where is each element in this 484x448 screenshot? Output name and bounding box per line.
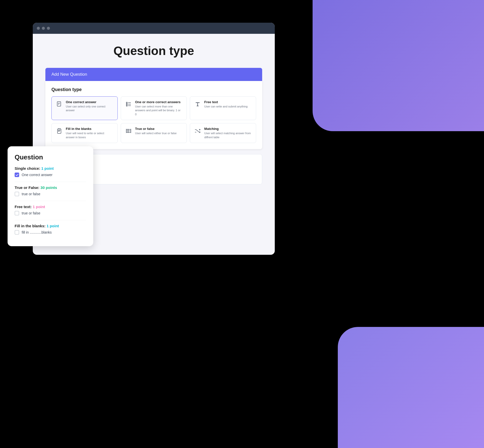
type-card-true-false[interactable]: True or false User will select either tr… [121,123,187,143]
bg-decoration-top [313,0,484,131]
section-prefix-freetext: Free text: [15,205,33,209]
section-prefix-fillblanks: Fill in the blanks: [15,224,47,228]
checkbox-outline-truefalse [15,192,19,196]
divider-1 [15,182,86,182]
svg-rect-4 [126,104,127,105]
type-info-true-false: True or false User will select either tr… [135,127,177,135]
divider-3 [15,220,86,220]
question-card: Question Single choice: 1 point One corr… [8,146,93,246]
checkbox-label-single: One correct answer [22,173,52,177]
checkbox-item-single[interactable]: One correct answer [15,173,86,177]
clipboard-icon [56,127,63,134]
add-question-bar[interactable]: Add New Question [45,68,262,81]
svg-rect-11 [58,131,60,131]
question-types-grid: One correct answer User can select only … [51,96,256,143]
type-info-one-correct: One correct answer User can select only … [66,100,113,113]
question-section-freetext: Free text: 1 point true or false [15,205,86,215]
section-label: Question type [51,87,256,92]
section-points-single: 1 point [41,166,54,171]
section-header-freetext: Free text: 1 point [15,205,86,209]
page-title: Question type [45,44,262,58]
type-card-free-text[interactable]: Free text User can write and submit anyt… [190,96,256,120]
type-name-true-false: True or false [135,127,177,131]
checkbox-label-freetext: true or false [22,211,40,215]
add-question-label: Add New Question [51,72,87,77]
type-desc-free-text: User can write and submit anything [204,105,248,108]
svg-rect-10 [58,130,60,130]
checkbox-item-freetext[interactable]: true or false [15,211,86,215]
checkbox-outline-fillblanks [15,230,19,235]
bg-decoration-bottom [338,327,484,448]
checkbox-item-fillblanks[interactable]: fill in ............blanks [15,230,86,235]
checkbox-outline-freetext [15,211,19,215]
section-header-fillblanks: Fill in the blanks: 1 point [15,224,86,228]
window-dot-1 [37,27,40,30]
question-card-title: Question [15,153,86,161]
window-dot-3 [47,27,50,30]
question-section-fillblanks: Fill in the blanks: 1 point fill in ....… [15,224,86,235]
list-alt-icon [125,127,132,134]
type-name-matching: Matching [204,127,252,131]
section-points-freetext: 1 point [33,205,45,209]
type-card-one-correct[interactable]: One correct answer User can select only … [51,96,118,120]
type-desc-true-false: User will select either true or false [135,131,177,135]
svg-rect-0 [57,102,61,106]
list-icon [125,101,132,108]
type-info-fill-blanks: Fill in the blanks User will need to wri… [66,127,113,139]
section-header-single: Single choice: 1 point [15,166,86,171]
type-card-matching[interactable]: Matching User will select matching answe… [190,123,256,143]
question-section-truefalse: True or False: 30 points true or false [15,185,86,196]
section-points-truefalse: 30 points [41,185,57,190]
type-name-fill-blanks: Fill in the blanks [66,127,113,131]
section-prefix-truefalse: True or False: [15,185,41,190]
question-type-section: Question type One correct answer User ca… [45,81,262,149]
checkbox-item-truefalse[interactable]: true or false [15,192,86,196]
type-card-one-more[interactable]: One or more correct answers User can sel… [121,96,187,120]
section-prefix-single: Single choice: [15,166,41,171]
type-desc-matching: User will select matching answer from di… [204,131,252,139]
shuffle-icon [194,127,201,134]
question-section-single: Single choice: 1 point One correct answe… [15,166,86,177]
section-points-fillblanks: 1 point [47,224,59,228]
type-desc-one-correct: User can select only one correct answer [66,105,113,113]
type-info-matching: Matching User will select matching answe… [204,127,252,139]
type-desc-one-more: User can select more than one answers an… [135,105,183,116]
type-card-fill-blanks[interactable]: Fill in the blanks User will need to wri… [51,123,118,143]
type-info-free-text: Free text User can write and submit anyt… [204,100,248,108]
divider-2 [15,201,86,201]
checkbox-label-truefalse: true or false [22,192,40,196]
type-name-one-more: One or more correct answers [135,100,183,104]
checkbox-label-fillblanks: fill in ............blanks [22,230,52,234]
type-name-one-correct: One correct answer [66,100,113,104]
type-desc-fill-blanks: User will need to write or select answer… [66,131,113,139]
window-dot-2 [42,27,45,30]
text-icon [194,101,201,108]
type-info-one-more: One or more correct answers User can sel… [135,100,183,116]
browser-titlebar [33,23,275,34]
svg-rect-3 [126,102,127,103]
svg-rect-5 [126,105,127,106]
checkbox-filled-single [15,173,19,177]
section-header-truefalse: True or False: 30 points [15,185,86,190]
document-icon [56,101,63,108]
type-name-free-text: Free text [204,100,248,104]
